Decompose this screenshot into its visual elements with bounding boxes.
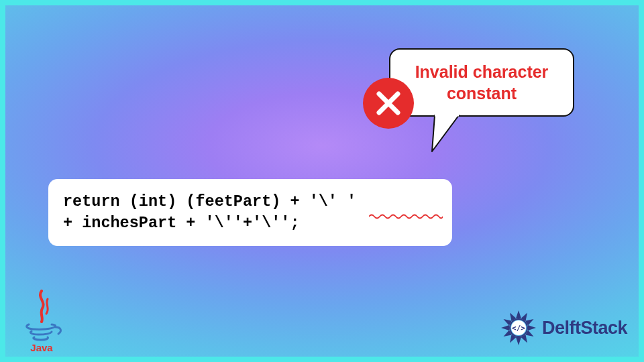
code-line-1: return (int) (feetPart) + '\' ' [63, 191, 437, 213]
error-tooltip-text: Invalid character constant [402, 61, 561, 105]
svg-text:</>: </> [512, 324, 525, 333]
svg-text:Java: Java [30, 342, 53, 353]
tooltip-tail [427, 114, 474, 154]
delftstack-label: DelftStack [542, 318, 627, 339]
java-logo: Java [18, 290, 65, 353]
error-squiggle-underline [369, 210, 443, 217]
delftstack-badge-icon: </> [499, 308, 538, 347]
error-tooltip: Invalid character constant [389, 48, 574, 117]
delftstack-logo: </> DelftStack [499, 308, 627, 347]
error-x-icon [363, 78, 414, 129]
